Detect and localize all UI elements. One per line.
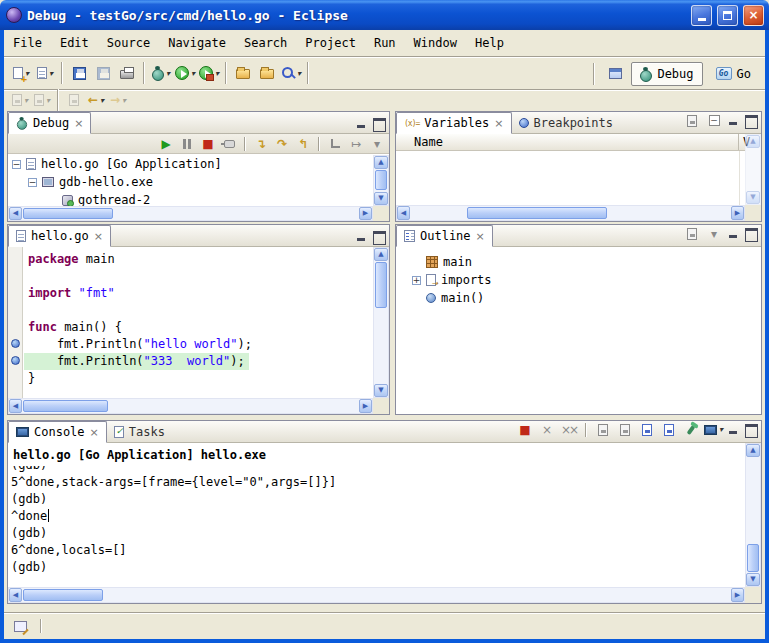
print-button[interactable] [115, 61, 139, 85]
code-line[interactable]: fmt.Println("hello world"); [24, 336, 373, 353]
minimize-view-icon[interactable] [355, 231, 368, 242]
console-vertical-scrollbar[interactable]: ▲ ▼ [745, 443, 761, 587]
scrollbar-thumb[interactable] [23, 589, 103, 601]
step-return-icon[interactable]: ↰ [294, 135, 312, 152]
console-horizontal-scrollbar[interactable]: ◀ ▶ [8, 587, 745, 603]
scrollbar-thumb[interactable] [23, 400, 108, 412]
close-button[interactable]: × [743, 5, 764, 26]
scroll-up-icon[interactable]: ▲ [746, 135, 760, 148]
variables-vertical-scrollbar[interactable]: ▲ ▼ [745, 134, 761, 205]
outline-item-main-func[interactable]: main() [408, 289, 761, 307]
instruction-pointer-icon[interactable] [11, 356, 20, 365]
collapse-expander-icon[interactable]: − [12, 160, 21, 169]
expand-expander-icon[interactable]: + [412, 276, 421, 285]
tab-variables[interactable]: Variables × [396, 112, 512, 134]
scrollbar-thumb[interactable] [467, 207, 607, 219]
terminate-icon[interactable]: ■ [199, 135, 217, 152]
pin-console-button[interactable] [682, 421, 700, 438]
terminate-icon[interactable]: ■ [516, 421, 534, 438]
scroll-right-icon[interactable]: ▶ [359, 399, 372, 413]
scroll-lock-button[interactable] [616, 421, 634, 438]
minimize-view-icon[interactable] [727, 424, 740, 435]
scroll-down-icon[interactable]: ▼ [746, 191, 760, 204]
remove-launch-icon[interactable]: × [538, 421, 556, 438]
code-line[interactable] [24, 302, 373, 319]
menu-run[interactable]: Run [365, 30, 405, 56]
dropdown-icon[interactable]: ▾ [191, 69, 195, 78]
minimize-button[interactable] [691, 5, 712, 26]
collapse-expander-icon[interactable]: − [28, 178, 37, 187]
step-into-icon[interactable]: ↴ [252, 135, 270, 152]
tab-tasks[interactable]: Tasks [107, 421, 172, 442]
show-logical-structure-button[interactable] [683, 112, 701, 129]
search-button[interactable]: ▾ [279, 61, 303, 85]
scroll-down-icon[interactable]: ▼ [746, 573, 760, 586]
tab-console[interactable]: Console × [8, 421, 107, 443]
minimize-view-icon[interactable] [727, 115, 740, 126]
forward-button[interactable]: →▾ [107, 91, 129, 110]
code-line[interactable]: func main() { [24, 319, 373, 336]
scrollbar-thumb[interactable] [747, 544, 759, 572]
open-resource-button[interactable] [255, 61, 279, 85]
tab-hello-go[interactable]: hello.go × [8, 225, 111, 247]
debug-vertical-scrollbar[interactable]: ▲ ▼ [373, 155, 389, 206]
menu-help[interactable]: Help [466, 30, 513, 56]
dropdown-icon[interactable]: ▾ [100, 96, 104, 105]
editor-vertical-scrollbar[interactable]: ▲ ▼ [373, 247, 389, 398]
outline-item-imports[interactable]: + imports [408, 271, 761, 289]
debug-tab-close-icon[interactable]: × [74, 118, 83, 129]
code-line[interactable] [24, 268, 373, 285]
scrollbar-thumb[interactable] [375, 262, 387, 308]
next-annotation-button[interactable]: ▾ [9, 91, 31, 110]
editor-horizontal-scrollbar[interactable]: ◀ ▶ [8, 398, 373, 414]
step-filters-icon[interactable]: ↦ [347, 135, 365, 152]
dropdown-icon[interactable]: ▾ [719, 425, 723, 434]
new-wizard-button[interactable]: ▾ [9, 61, 33, 85]
open-perspective-button[interactable] [603, 62, 627, 86]
drop-to-frame-button[interactable] [326, 135, 344, 152]
open-console-button[interactable]: ▾ [704, 421, 723, 438]
menu-search[interactable]: Search [235, 30, 296, 56]
perspective-debug-button[interactable]: Debug [631, 62, 702, 86]
debug-tree[interactable]: − hello.go [Go Application] − gdb-hello.… [8, 155, 373, 206]
external-tools-button[interactable]: ▾ [197, 61, 221, 85]
perspective-go-button[interactable]: Go [707, 62, 760, 86]
resume-icon[interactable]: ▶ [157, 135, 175, 152]
minimize-view-icon[interactable] [355, 118, 368, 129]
save-button[interactable] [67, 61, 91, 85]
menu-navigate[interactable]: Navigate [159, 30, 235, 56]
scroll-left-icon[interactable]: ◀ [9, 207, 22, 220]
maximize-view-icon[interactable] [744, 424, 757, 435]
scroll-up-icon[interactable]: ▲ [374, 248, 388, 261]
maximize-view-icon[interactable] [744, 115, 757, 126]
scroll-right-icon[interactable]: ▶ [731, 206, 744, 220]
disconnect-button[interactable] [220, 135, 238, 152]
fast-view-button[interactable] [11, 618, 29, 635]
back-button[interactable]: ←▾ [85, 91, 107, 110]
title-bar[interactable]: Debug - testGo/src/cmd/hello.go - Eclips… [0, 0, 769, 30]
menu-edit[interactable]: Edit [51, 30, 98, 56]
maximize-button[interactable] [717, 5, 738, 26]
variables-horizontal-scrollbar[interactable]: ◀ ▶ [396, 205, 745, 221]
maximize-view-icon[interactable] [372, 118, 385, 129]
clear-console-button[interactable] [594, 421, 612, 438]
dropdown-icon[interactable]: ▾ [297, 69, 301, 78]
tab-outline[interactable]: Outline × [396, 225, 493, 247]
code-line[interactable]: } [24, 370, 373, 387]
scroll-right-icon[interactable]: ▶ [731, 588, 744, 602]
menu-file[interactable]: File [4, 30, 51, 56]
dropdown-icon[interactable]: ▾ [215, 69, 219, 78]
scroll-up-icon[interactable]: ▲ [746, 444, 760, 457]
dropdown-icon[interactable]: ▾ [166, 69, 170, 78]
outline-item-main[interactable]: main [408, 253, 761, 271]
scroll-left-icon[interactable]: ◀ [9, 399, 22, 413]
last-edit-location-button[interactable] [63, 91, 85, 110]
run-launch-button[interactable]: ▾ [173, 61, 197, 85]
code-line[interactable]: import "fmt" [24, 285, 373, 302]
maximize-view-icon[interactable] [744, 228, 757, 239]
menu-source[interactable]: Source [98, 30, 159, 56]
view-menu-icon[interactable]: ▾ [705, 225, 723, 242]
code-line[interactable]: package main [24, 251, 373, 268]
scrollbar-thumb[interactable] [375, 170, 387, 190]
tab-debug[interactable]: Debug × [8, 112, 91, 134]
